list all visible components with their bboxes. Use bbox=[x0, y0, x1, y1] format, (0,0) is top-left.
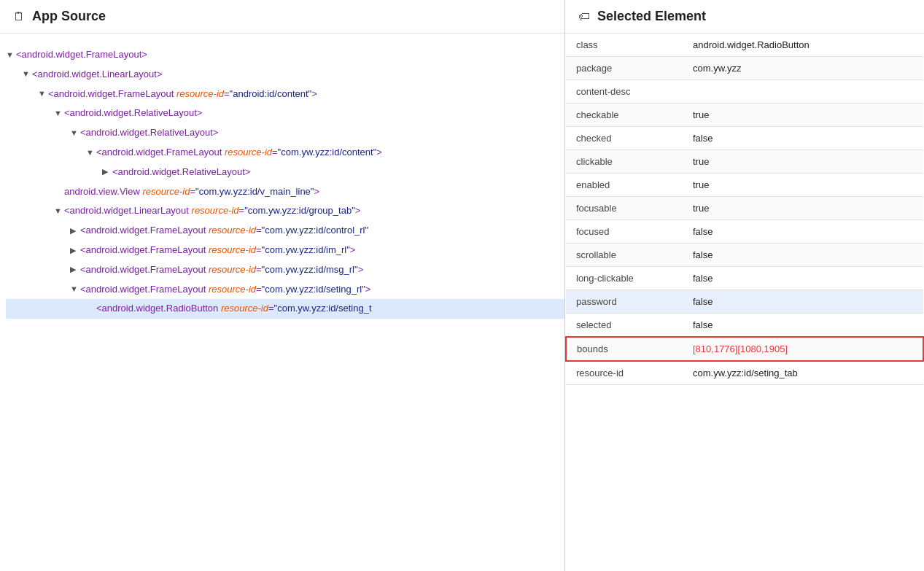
property-key: resource-id bbox=[566, 361, 683, 385]
tree-toggle[interactable]: ▼ bbox=[54, 205, 64, 218]
property-row: resource-idcom.yw.yzz:id/seting_tab bbox=[566, 361, 923, 385]
tree-toggle[interactable]: ▼ bbox=[70, 127, 80, 140]
property-row: classandroid.widget.RadioButton bbox=[566, 34, 923, 57]
xml-attr-name: resource-id bbox=[176, 88, 224, 99]
property-row: checkabletrue bbox=[566, 104, 923, 127]
xml-tag: > bbox=[365, 284, 371, 295]
tree-toggle[interactable]: ▶ bbox=[70, 263, 80, 276]
properties-table: classandroid.widget.RadioButtonpackageco… bbox=[565, 34, 924, 571]
tree-node-text: <android.widget.LinearLayout resource-id… bbox=[64, 203, 360, 219]
bounds-value: [810,1776][1080,1905] bbox=[693, 343, 788, 354]
tree-toggle[interactable]: ▶ bbox=[102, 166, 112, 179]
property-row: packagecom.yw.yzz bbox=[566, 57, 923, 80]
xml-attr-eq: = bbox=[272, 147, 278, 158]
property-row: passwordfalse bbox=[566, 290, 923, 314]
property-row: bounds[810,1776][1080,1905] bbox=[566, 337, 923, 361]
app-source-title: App Source bbox=[32, 9, 106, 24]
right-panel: 🏷 Selected Element classandroid.widget.R… bbox=[565, 0, 924, 571]
property-value: android.widget.RadioButton bbox=[683, 34, 923, 57]
xml-tag: <android.widget.RadioButton bbox=[96, 303, 221, 314]
property-key: long-clickable bbox=[566, 267, 683, 290]
tree-toggle[interactable]: ▶ bbox=[70, 225, 80, 238]
xml-attr-eq: = bbox=[268, 303, 274, 314]
property-value: false bbox=[683, 244, 923, 267]
xml-attr-name: resource-id bbox=[209, 284, 256, 295]
property-row: content-desc bbox=[566, 80, 923, 104]
tree-toggle[interactable]: ▼ bbox=[54, 107, 64, 120]
tree-node[interactable]: ▼<android.widget.RelativeLayout> bbox=[6, 104, 564, 123]
property-value bbox=[683, 80, 923, 104]
tree-node[interactable]: ▼<android.widget.FrameLayout resource-id… bbox=[6, 280, 564, 300]
xml-tag: > bbox=[350, 244, 356, 255]
tree-node-text: <android.widget.RelativeLayout> bbox=[64, 106, 202, 121]
xml-attr-name: resource-id bbox=[209, 264, 256, 275]
xml-tag: > bbox=[376, 147, 382, 158]
xml-attr-name: resource-id bbox=[209, 244, 256, 255]
xml-attr-name: resource-id bbox=[221, 303, 268, 314]
tree-node[interactable]: ▶<android.widget.FrameLayout resource-id… bbox=[6, 260, 564, 280]
property-row: clickabletrue bbox=[566, 150, 923, 174]
tree-toggle[interactable]: ▼ bbox=[38, 88, 48, 101]
xml-attr-name: resource-id bbox=[142, 186, 190, 197]
selected-element-icon: 🏷 bbox=[578, 10, 590, 23]
properties-data-table: classandroid.widget.RadioButtonpackageco… bbox=[565, 34, 924, 385]
xml-attr-value: "com.yw.yzz:id/group_tab" bbox=[244, 205, 355, 216]
tree-node[interactable]: ▶<android.widget.FrameLayout resource-id… bbox=[6, 241, 564, 260]
tree-toggle[interactable]: ▼ bbox=[22, 68, 32, 81]
property-value: true bbox=[683, 197, 923, 220]
property-key: package bbox=[566, 57, 683, 80]
property-key: checked bbox=[566, 127, 683, 150]
tree-node-text: <android.widget.FrameLayout resource-id=… bbox=[80, 282, 370, 298]
tree-toggle[interactable]: ▶ bbox=[70, 244, 80, 257]
xml-attr-eq: = bbox=[190, 186, 195, 197]
property-value: false bbox=[683, 220, 923, 244]
tree-node[interactable]: ▼<android.widget.FrameLayout> bbox=[6, 45, 564, 65]
xml-tag: <android.widget.FrameLayout bbox=[96, 147, 225, 158]
tree-node[interactable]: ▶<android.widget.RelativeLayout> bbox=[6, 163, 564, 182]
tree-toggle[interactable]: ▼ bbox=[86, 147, 96, 160]
xml-tag: <android.widget.FrameLayout> bbox=[16, 49, 147, 60]
xml-tag: android.view.View bbox=[64, 186, 142, 197]
xml-attr-value: "com.yw.yzz:id/content" bbox=[278, 147, 377, 158]
xml-attr-value: "com.yw.yzz:id/seting_t bbox=[274, 303, 372, 314]
xml-attr-name: resource-id bbox=[209, 225, 256, 236]
tree-node[interactable]: <android.widget.RadioButton resource-id=… bbox=[6, 299, 564, 319]
tree-node-text: android.view.View resource-id="com.yw.yz… bbox=[64, 184, 319, 200]
tree-node[interactable]: ▼<android.widget.FrameLayout resource-id… bbox=[6, 143, 564, 163]
property-row: focusabletrue bbox=[566, 197, 923, 220]
tree-toggle[interactable]: ▼ bbox=[6, 49, 16, 62]
xml-tag: <android.widget.FrameLayout bbox=[80, 264, 209, 275]
selected-element-title: Selected Element bbox=[597, 9, 706, 24]
property-value: com.yw.yzz:id/seting_tab bbox=[683, 361, 923, 385]
tree-node[interactable]: ▶<android.widget.FrameLayout resource-id… bbox=[6, 221, 564, 241]
property-row: selectedfalse bbox=[566, 314, 923, 338]
xml-tag: <android.widget.FrameLayout bbox=[80, 244, 209, 255]
xml-attr-value: "com.yw.yzz:id/control_rl" bbox=[262, 225, 369, 236]
property-key: content-desc bbox=[566, 80, 683, 104]
app-source-header: 🗒 App Source bbox=[0, 0, 564, 34]
property-value: true bbox=[683, 104, 923, 127]
tree-node-text: <android.widget.RelativeLayout> bbox=[80, 125, 218, 141]
xml-tag: <android.widget.RelativeLayout> bbox=[80, 127, 218, 138]
tree-node[interactable]: ▼<android.widget.FrameLayout resource-id… bbox=[6, 85, 564, 104]
property-value: false bbox=[683, 314, 923, 338]
tree-node-text: <android.widget.FrameLayout resource-id=… bbox=[80, 223, 368, 238]
xml-attr-value: "android:id/content" bbox=[230, 88, 312, 99]
tree-node[interactable]: ▼<android.widget.LinearLayout> bbox=[6, 65, 564, 85]
tree-node[interactable]: ▼<android.widget.LinearLayout resource-i… bbox=[6, 201, 564, 221]
tree-node-text: <android.widget.FrameLayout resource-id=… bbox=[80, 243, 355, 258]
selected-element-header: 🏷 Selected Element bbox=[565, 0, 924, 34]
tree-node[interactable]: ▼<android.widget.RelativeLayout> bbox=[6, 123, 564, 143]
tree-node[interactable]: android.view.View resource-id="com.yw.yz… bbox=[6, 182, 564, 202]
xml-attr-eq: = bbox=[256, 264, 262, 275]
property-key: selected bbox=[566, 314, 683, 338]
xml-attr-eq: = bbox=[256, 284, 262, 295]
xml-tag: <android.widget.RelativeLayout> bbox=[64, 107, 202, 118]
tree-toggle[interactable]: ▼ bbox=[70, 283, 80, 296]
property-value: false bbox=[683, 290, 923, 314]
property-row: scrollablefalse bbox=[566, 244, 923, 267]
tree-container[interactable]: ▼<android.widget.FrameLayout>▼<android.w… bbox=[0, 34, 564, 571]
tree-node-text: <android.widget.FrameLayout resource-id=… bbox=[96, 145, 382, 160]
property-value: com.yw.yzz bbox=[683, 57, 923, 80]
property-row: enabledtrue bbox=[566, 174, 923, 197]
